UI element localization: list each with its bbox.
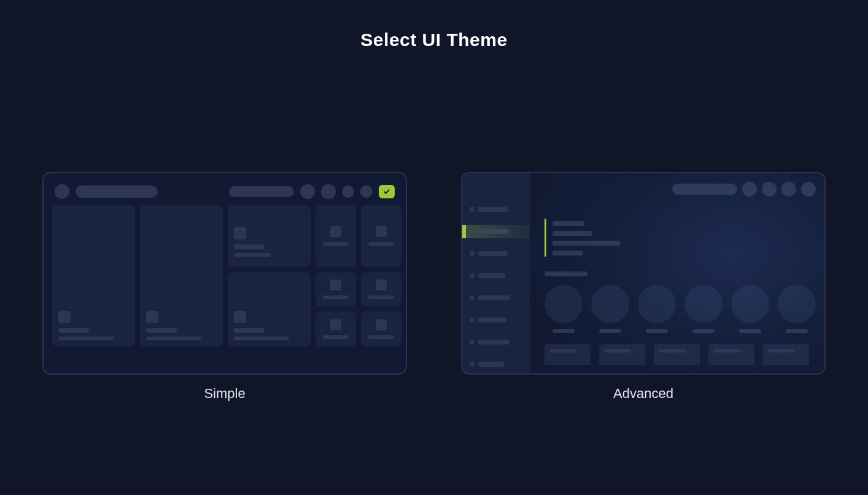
simple-grid bbox=[50, 205, 400, 346]
sidebar-item bbox=[462, 269, 530, 283]
simple-topbar bbox=[50, 178, 400, 205]
sidebar-item bbox=[462, 247, 530, 260]
sidebar-item-active bbox=[462, 225, 530, 238]
theme-label-simple: Simple bbox=[204, 386, 245, 402]
circle-item bbox=[778, 285, 816, 333]
sidebar-item bbox=[462, 313, 530, 327]
terminal-block bbox=[544, 219, 816, 257]
card-small bbox=[316, 272, 356, 307]
sidebar-item bbox=[462, 291, 530, 305]
bottom-card bbox=[708, 344, 754, 365]
card-small bbox=[361, 205, 401, 267]
theme-option-simple[interactable]: Simple bbox=[31, 172, 419, 402]
card-large bbox=[52, 205, 135, 346]
search-placeholder bbox=[672, 184, 737, 195]
circle-item bbox=[638, 285, 676, 333]
card-small bbox=[361, 272, 401, 307]
card-small bbox=[361, 311, 401, 346]
icon-placeholder bbox=[321, 184, 336, 199]
page-title: Select UI Theme bbox=[0, 29, 868, 50]
bottom-card bbox=[544, 344, 591, 365]
accent-bar bbox=[544, 219, 546, 257]
theme-preview-simple bbox=[42, 172, 407, 375]
sidebar-item bbox=[462, 203, 530, 216]
circles-row bbox=[544, 285, 816, 333]
bottom-cards bbox=[544, 344, 816, 365]
theme-option-advanced[interactable]: Advanced bbox=[449, 172, 837, 402]
icon-placeholder bbox=[801, 182, 816, 197]
icon-placeholder bbox=[360, 185, 373, 198]
bottom-card bbox=[763, 344, 809, 365]
theme-label-advanced: Advanced bbox=[613, 386, 673, 402]
icon-placeholder bbox=[781, 182, 796, 197]
bottom-card bbox=[599, 344, 645, 365]
circle-item bbox=[544, 285, 583, 333]
card-small bbox=[316, 311, 356, 346]
circle-item bbox=[591, 285, 629, 333]
icon-placeholder bbox=[742, 182, 757, 197]
advanced-body bbox=[462, 173, 824, 373]
advanced-main bbox=[530, 173, 824, 373]
title-placeholder bbox=[76, 185, 158, 198]
advanced-content bbox=[544, 219, 816, 365]
icon-placeholder bbox=[300, 184, 315, 199]
sidebar-item bbox=[462, 357, 530, 371]
circle-item bbox=[684, 285, 723, 333]
bottom-card bbox=[654, 344, 700, 365]
icon-placeholder bbox=[342, 185, 354, 198]
section-label bbox=[544, 271, 587, 276]
search-placeholder bbox=[229, 186, 294, 197]
card-medium bbox=[228, 272, 311, 346]
sidebar-item bbox=[462, 335, 530, 349]
circle-item bbox=[731, 285, 769, 333]
card-medium bbox=[228, 205, 311, 267]
card-large bbox=[140, 205, 223, 346]
themes-container: Simple bbox=[0, 172, 868, 402]
avatar-placeholder bbox=[55, 184, 69, 199]
check-icon bbox=[379, 185, 395, 198]
card-small bbox=[316, 205, 356, 267]
advanced-topbar bbox=[672, 182, 816, 197]
advanced-sidebar bbox=[462, 173, 530, 373]
icon-placeholder bbox=[762, 182, 777, 197]
theme-preview-advanced bbox=[461, 172, 826, 375]
terminal-lines bbox=[552, 219, 620, 257]
